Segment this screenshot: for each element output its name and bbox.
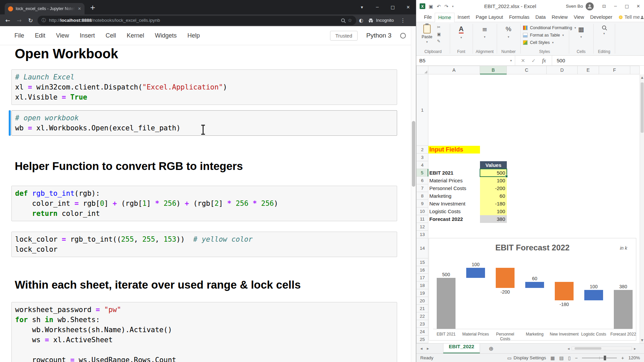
format-as-table-button[interactable]: Format as Table ▾ (523, 32, 576, 39)
forward-icon[interactable]: → (15, 17, 23, 24)
share-button[interactable]: Share (640, 14, 644, 22)
row-header-19[interactable]: 19 (416, 289, 428, 297)
alignment-dropdown-icon[interactable]: ▾ (484, 35, 486, 39)
paste-button[interactable]: Paste ▾ (420, 24, 434, 44)
grid-cell-a2[interactable]: Input Fields (428, 146, 480, 154)
vertical-scrollbar[interactable]: ▲ ▼ (640, 74, 644, 343)
column-header-b[interactable]: B (480, 66, 507, 74)
number-dropdown-icon[interactable]: ▾ (508, 35, 509, 39)
jupyter-menu-view[interactable]: View (51, 32, 74, 39)
tab-search-icon[interactable]: ▾ (354, 5, 370, 10)
search-icon[interactable] (341, 18, 345, 22)
row-header-22[interactable]: 22 (416, 312, 428, 320)
waterfall-bar-total[interactable] (437, 278, 455, 329)
row-header-3[interactable]: 3 (416, 154, 428, 161)
zoom-slider-thumb[interactable] (604, 356, 606, 360)
row-header-1[interactable]: 1 (416, 74, 428, 146)
row-header-25[interactable]: 25 (416, 336, 428, 343)
close-icon[interactable]: ✕ (400, 5, 416, 10)
grid-cell-b5-selected[interactable]: 500 (480, 169, 507, 177)
ribbon-tab-home[interactable]: Home (435, 13, 454, 22)
scroll-left-icon[interactable]: ◂ (568, 346, 570, 351)
row-header-23[interactable]: 23 (416, 320, 428, 328)
cut-icon[interactable]: ✂ (437, 25, 441, 29)
display-settings-button[interactable]: ▭ Display Settings (507, 355, 546, 361)
row-header-2[interactable]: 2 (416, 146, 428, 154)
undo-icon[interactable]: ↶ (437, 4, 441, 9)
code-cell[interactable]: worksheet_password = "pw"for sh in wb.Sh… (11, 302, 397, 362)
site-info-icon[interactable]: ⓘ (42, 17, 46, 23)
formula-bar[interactable]: 500 (552, 56, 644, 65)
waterfall-bar-increase[interactable] (525, 282, 544, 288)
column-header-partial[interactable] (630, 66, 640, 74)
waterfall-bar-increase[interactable] (584, 290, 603, 300)
row-header-12[interactable]: 12 (416, 223, 428, 231)
row-header-9[interactable]: 9 (416, 200, 428, 207)
waterfall-chart[interactable]: EBIT Forecast 2022 in k 500EBIT 2021100M… (429, 238, 636, 341)
code-cell-selected[interactable]: # open workbookwb = xl.Workbooks.Open(ex… (11, 110, 397, 136)
back-icon[interactable]: ← (3, 17, 12, 24)
row-header-4[interactable]: 4 (416, 161, 428, 169)
font-dropdown-icon[interactable]: ▾ (461, 36, 462, 39)
user-name[interactable]: Sven Bo (566, 4, 583, 9)
grid-cell-b10[interactable]: 100 (480, 207, 507, 215)
waterfall-bar-increase[interactable] (466, 268, 485, 278)
page-break-view-icon[interactable]: ▯ (568, 355, 571, 361)
format-painter-icon[interactable]: ✎ (437, 39, 441, 44)
grid-cell-a5[interactable]: EBIT 2021 (428, 169, 480, 177)
alignment-group[interactable]: ≡ ▾ Alignment (473, 22, 497, 55)
row-header-14[interactable]: 14 (416, 238, 428, 258)
row-header-5[interactable]: 5 (416, 169, 428, 177)
grid-cell-b7[interactable]: -200 (480, 184, 507, 192)
confirm-entry-icon[interactable]: ✓ (532, 58, 536, 64)
column-header-d[interactable]: D (547, 66, 578, 74)
code-cell[interactable]: lock_color = rgb_to_int((255, 255, 153))… (11, 232, 397, 257)
grid-cell-a9[interactable]: New Investment (428, 200, 480, 207)
add-sheet-icon[interactable]: ⊕ (489, 345, 493, 352)
reload-icon[interactable]: ↻ (26, 17, 35, 24)
maximize-icon[interactable]: □ (385, 5, 400, 10)
jupyter-menu-help[interactable]: Help (182, 32, 205, 39)
row-header-11[interactable]: 11 (416, 215, 428, 223)
row-header-10[interactable]: 10 (416, 207, 428, 215)
ribbon-tab-page-layout[interactable]: Page Layout (473, 13, 506, 22)
ribbon-tab-formulas[interactable]: Formulas (506, 13, 532, 22)
page-layout-view-icon[interactable]: ▤ (559, 355, 564, 361)
column-header-e[interactable]: E (578, 66, 599, 74)
row-header-16[interactable]: 16 (416, 266, 428, 274)
jupyter-menu-edit[interactable]: Edit (30, 32, 51, 39)
grid-cell-b4[interactable]: Values (480, 161, 507, 169)
grid-cell-a11[interactable]: Forecast 2022 (428, 215, 480, 223)
font-group[interactable]: A ▾ Font (450, 22, 473, 55)
grid-cell-a8[interactable]: Marketing (428, 192, 480, 200)
waterfall-bar-decrease[interactable] (496, 268, 515, 288)
grid-cell-a6[interactable]: Material Prices (428, 177, 480, 184)
browser-menu-icon[interactable]: ⋮ (398, 17, 408, 23)
name-box[interactable]: B5 ▾ (416, 56, 515, 65)
url-bar[interactable]: ⓘ http://localhost:8888/notebooks/lock_e… (38, 16, 356, 25)
bookmark-star-icon[interactable]: ☆ (348, 17, 352, 23)
jupyter-menu-widgets[interactable]: Widgets (150, 32, 182, 39)
grid-cell-b11[interactable]: 380 (480, 215, 507, 223)
user-avatar[interactable] (586, 2, 594, 10)
sheet-tab-ebit-2022[interactable]: EBIT_2022 (443, 344, 480, 353)
scrollbar-thumb[interactable] (412, 121, 415, 187)
column-header-f[interactable]: F (599, 66, 630, 74)
jupyter-menu-file[interactable]: File (9, 32, 30, 39)
code-cell[interactable]: def rgb_to_int(rgb): color_int = rgb[0] … (11, 186, 397, 221)
row-header-6[interactable]: 6 (416, 177, 428, 184)
zoom-level[interactable]: 120% (628, 355, 640, 360)
horizontal-scrollbar[interactable]: ◂ ▸ (568, 344, 636, 353)
jupyter-menu-kernel[interactable]: Kernel (121, 32, 150, 39)
cell-styles-button[interactable]: Cell Styles ▾ (523, 39, 576, 46)
scrollbar-thumb[interactable] (575, 347, 601, 350)
notebook-scrollbar[interactable] (411, 26, 416, 362)
waterfall-bar-total[interactable] (614, 290, 633, 329)
zoom-slider[interactable] (582, 358, 617, 358)
grid-cell-a10[interactable]: Logistic Costs (428, 207, 480, 215)
excel-restore-icon[interactable]: □ (621, 4, 633, 9)
url-text[interactable]: http://localhost:8888/notebooks/lock_exc… (49, 18, 338, 23)
row-header-20[interactable]: 20 (416, 297, 428, 305)
prev-sheet-icon[interactable]: ◂ (420, 346, 423, 351)
redo-icon[interactable]: ↷ (444, 4, 448, 9)
